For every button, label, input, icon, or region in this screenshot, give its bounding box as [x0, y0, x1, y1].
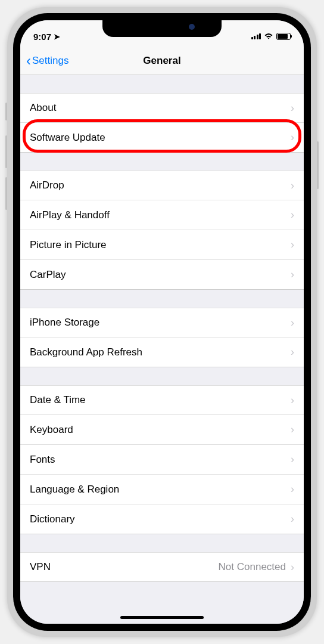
chevron-right-icon: ›: [291, 346, 294, 358]
chevron-right-icon: ›: [291, 102, 294, 114]
location-icon: ➤: [54, 32, 60, 41]
section-group: Date & Time › Keyboard › Fonts › Languag…: [20, 385, 304, 534]
list-label: Date & Time: [30, 394, 86, 406]
list-item-carplay[interactable]: CarPlay ›: [20, 260, 304, 290]
status-left: 9:07 ➤: [33, 32, 60, 42]
list-label: Picture in Picture: [30, 239, 107, 251]
chevron-right-icon: ›: [291, 131, 294, 144]
list-item-fonts[interactable]: Fonts ›: [20, 445, 304, 475]
list-item-vpn[interactable]: VPN Not Connected ›: [20, 552, 304, 582]
chevron-right-icon: ›: [291, 239, 294, 251]
phone-bezel: 9:07 ➤: [13, 13, 311, 631]
mute-switch: [5, 103, 7, 120]
list-label: CarPlay: [30, 269, 66, 281]
list-item-dictionary[interactable]: Dictionary ›: [20, 504, 304, 534]
camera-dot: [189, 24, 195, 30]
list-label: AirPlay & Handoff: [30, 209, 110, 221]
content-scroll[interactable]: About › Software Update › AirDrop ›: [20, 75, 304, 624]
cellular-signal-icon: [251, 33, 261, 39]
back-label: Settings: [32, 55, 68, 67]
section-gap: [20, 153, 304, 171]
list-label: VPN: [30, 561, 51, 573]
chevron-right-icon: ›: [291, 453, 294, 466]
list-label: Keyboard: [30, 424, 73, 436]
list-label: Language & Region: [30, 484, 119, 496]
phone-frame: 9:07 ➤: [7, 7, 317, 637]
chevron-right-icon: ›: [291, 268, 294, 281]
screen: 9:07 ➤: [20, 20, 304, 624]
list-label: Software Update: [30, 132, 105, 144]
list-label: Background App Refresh: [30, 346, 142, 358]
power-button: [317, 141, 319, 189]
list-item-picture-in-picture[interactable]: Picture in Picture ›: [20, 230, 304, 260]
section-group: AirDrop › AirPlay & Handoff › Picture in…: [20, 171, 304, 290]
list-item-iphone-storage[interactable]: iPhone Storage ›: [20, 308, 304, 338]
list-item-date-time[interactable]: Date & Time ›: [20, 385, 304, 415]
wifi-icon: [264, 33, 273, 40]
section-group: About › Software Update ›: [20, 93, 304, 153]
section-gap: [20, 290, 304, 308]
chevron-right-icon: ›: [291, 513, 294, 525]
list-item-airdrop[interactable]: AirDrop ›: [20, 171, 304, 200]
list-item-airplay-handoff[interactable]: AirPlay & Handoff ›: [20, 200, 304, 230]
battery-icon: [276, 33, 291, 40]
section-gap: [20, 534, 304, 552]
list-label: About: [30, 102, 56, 114]
chevron-right-icon: ›: [291, 483, 294, 496]
list-item-background-app-refresh[interactable]: Background App Refresh ›: [20, 338, 304, 367]
volume-up-button: [5, 135, 7, 168]
navigation-bar: ‹ Settings General: [20, 47, 304, 75]
home-indicator[interactable]: [120, 616, 204, 619]
page-title: General: [143, 55, 180, 67]
list-label: AirDrop: [30, 179, 64, 191]
volume-down-button: [5, 177, 7, 210]
status-right: [251, 33, 291, 40]
back-button[interactable]: ‹ Settings: [26, 54, 68, 68]
status-time: 9:07: [33, 32, 51, 42]
section-gap: [20, 75, 304, 93]
chevron-right-icon: ›: [291, 394, 294, 407]
list-item-about[interactable]: About ›: [20, 93, 304, 123]
section-group: VPN Not Connected ›: [20, 552, 304, 582]
notch: [102, 20, 222, 37]
list-label: iPhone Storage: [30, 317, 99, 329]
list-item-software-update[interactable]: Software Update ›: [20, 123, 304, 153]
chevron-right-icon: ›: [291, 179, 294, 192]
list-label: Dictionary: [30, 513, 75, 525]
chevron-right-icon: ›: [291, 317, 294, 329]
chevron-left-icon: ‹: [26, 54, 31, 68]
list-value: Not Connected: [219, 561, 286, 573]
chevron-right-icon: ›: [291, 209, 294, 221]
list-label: Fonts: [30, 454, 55, 466]
list-item-keyboard[interactable]: Keyboard ›: [20, 415, 304, 445]
list-item-language-region[interactable]: Language & Region ›: [20, 475, 304, 504]
chevron-right-icon: ›: [291, 423, 294, 436]
section-gap: [20, 367, 304, 385]
chevron-right-icon: ›: [291, 561, 294, 574]
section-group: iPhone Storage › Background App Refresh …: [20, 308, 304, 367]
